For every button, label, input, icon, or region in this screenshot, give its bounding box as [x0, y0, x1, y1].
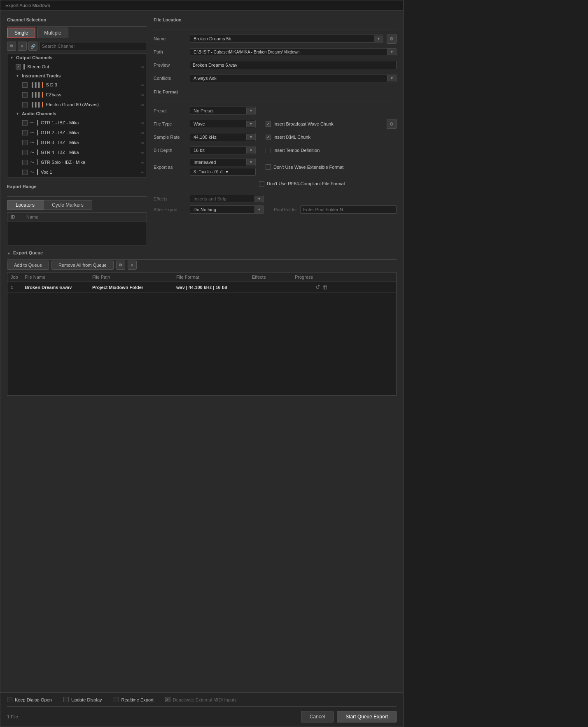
channel-list: ▼ Output Channels Stereo Out ∞ ▼ In [7, 53, 147, 177]
insert-ixml-label: Insert iXML Chunk [273, 135, 310, 140]
list-icon-btn[interactable]: ≡ [18, 42, 27, 51]
channel-gtrsolo[interactable]: 〜 GTR Solo - IBZ - Mika ∞ [7, 157, 147, 167]
queue-row-actions: ↺ 🗑 [295, 284, 328, 290]
no-wave-ext-checkbox[interactable] [266, 164, 271, 170]
path-label: Path [154, 49, 187, 54]
channel-gtr2[interactable]: 〜 GTR 2 - IBZ - Mika ∞ [7, 128, 147, 137]
export-queue-table: Job File Name File Path File Format Effe… [7, 272, 397, 396]
update-display-checkbox[interactable] [63, 697, 69, 702]
link-icon: ∞ [141, 121, 144, 125]
channel-ezbass-checkbox[interactable] [22, 92, 28, 98]
channel-stereo-out[interactable]: Stereo Out ∞ [7, 62, 147, 72]
channel-selection-section: Channel Selection Single Multiple ⧉ ≡ 🔗 [7, 17, 147, 177]
channel-gtr4-checkbox[interactable] [22, 150, 28, 155]
preset-dropdown-arrow[interactable]: ▼ [246, 107, 255, 114]
queue-icon-btn-1[interactable]: ⧉ [116, 261, 125, 270]
file-type-value: Wave [190, 120, 246, 128]
bwf-gear-button[interactable]: ⚙ [387, 119, 397, 129]
pool-folder-label: Pool Folder [274, 207, 297, 212]
file-type-dropdown-arrow[interactable]: ▼ [246, 121, 255, 127]
col-file-name: File Name [25, 275, 91, 280]
remove-all-from-queue-button[interactable]: Remove All from Queue [51, 261, 114, 270]
sample-rate-dropdown-arrow[interactable]: ▼ [246, 134, 255, 140]
deactivate-midi-checkbox[interactable] [165, 697, 170, 702]
conflicts-dropdown-arrow[interactable]: ▼ [387, 75, 396, 82]
queue-delete-icon[interactable]: 🗑 [322, 284, 328, 290]
bit-depth-label: Bit Depth [154, 148, 187, 153]
no-rf64-checkbox[interactable] [259, 181, 264, 186]
col-job: Job [11, 275, 23, 280]
no-wave-ext-label: Don't Use Wave Extensible Format [273, 165, 343, 170]
search-channel-input[interactable] [39, 42, 147, 50]
channel-ezbass[interactable]: ▐▐▐ EZbass ∞ [7, 90, 147, 100]
insert-ixml-checkbox[interactable] [266, 135, 271, 140]
channel-elgrand[interactable]: ▐▐▐ Electric Grand 80 (Waves) ∞ [7, 100, 147, 110]
export-range-table: ID Name [7, 212, 147, 245]
preview-input[interactable] [190, 61, 397, 69]
queue-row-filepath: Project Mixdown Folder [92, 285, 175, 290]
effects-label: Effects [154, 196, 187, 201]
col-file-path: File Path [92, 275, 175, 280]
file-format-section: File Format Preset No Preset ▼ File Type [154, 89, 397, 214]
link-icon: ∞ [141, 65, 144, 69]
keep-dialog-label: Keep Dialog Open [15, 697, 52, 702]
add-to-queue-button[interactable]: Add to Queue [7, 261, 49, 270]
bit-depth-dropdown-arrow[interactable]: ▼ [246, 147, 255, 154]
name-dropdown-arrow[interactable]: ▼ [374, 35, 383, 42]
single-button[interactable]: Single [7, 28, 35, 38]
channel-gtr1-checkbox[interactable] [22, 120, 28, 126]
link-icon: ∞ [141, 160, 144, 165]
col-file-format: File Format [176, 275, 250, 280]
export-range-title: Export Range [7, 184, 37, 189]
col-effects: Effects [252, 275, 293, 280]
export-as-dropdown-arrow[interactable]: ▼ [246, 159, 255, 165]
link-icon-btn[interactable]: 🔗 [28, 42, 37, 51]
pool-folder-input[interactable] [300, 205, 397, 214]
effects-value: Inserts and Strip [190, 195, 254, 203]
channel-gtr3-checkbox[interactable] [22, 140, 28, 145]
channel-elgrand-checkbox[interactable] [22, 102, 28, 107]
channel-gtrsolo-checkbox[interactable] [22, 160, 28, 165]
channel-gtr2-checkbox[interactable] [22, 130, 28, 135]
channel-voc1[interactable]: 〜 Voc 1 ∞ [7, 167, 147, 177]
after-export-value: Do Nothing [190, 206, 254, 213]
keep-dialog-checkbox[interactable] [7, 697, 12, 702]
queue-icon-btn-2[interactable]: ≡ [128, 261, 137, 270]
update-display-label: Update Display [71, 697, 102, 702]
name-gear-button[interactable]: ⚙ [387, 34, 397, 44]
link-icon: ∞ [141, 170, 144, 175]
preset-label: Preset [154, 108, 187, 113]
copy-icon-btn[interactable]: ⧉ [7, 42, 16, 51]
range-col-name: Name [26, 214, 38, 219]
export-as-label: Export as [154, 165, 187, 170]
export-as-value: Interleaved [190, 158, 246, 166]
channel-sd3[interactable]: ▐▐▐ S D 3 ∞ [7, 80, 147, 90]
range-col-id: ID [11, 214, 23, 219]
realtime-export-checkbox[interactable] [114, 697, 119, 702]
link-icon: ∞ [141, 93, 144, 97]
conflicts-label: Conflicts [154, 76, 187, 81]
locators-button[interactable]: Locators [7, 200, 43, 210]
path-dropdown-arrow[interactable]: ▼ [387, 49, 396, 55]
audio-channels-group: ▼ Audio Channels [7, 110, 147, 118]
channel-gtr3[interactable]: 〜 GTR 3 - IBZ - Mika ∞ [7, 137, 147, 147]
channel-gtr1[interactable]: 〜 GTR 1 - IBZ - Mika ∞ [7, 118, 147, 128]
cycle-markers-button[interactable]: Cycle Markers [43, 200, 92, 210]
insert-tempo-checkbox[interactable] [266, 148, 271, 153]
queue-refresh-icon[interactable]: ↺ [315, 284, 320, 290]
channel-stereo-out-checkbox[interactable] [16, 64, 21, 70]
channel-sd3-checkbox[interactable] [22, 82, 28, 88]
start-queue-export-button[interactable]: Start Queue Export [337, 711, 397, 722]
effects-dropdown-arrow[interactable]: ▼ [254, 196, 264, 202]
link-icon: ∞ [141, 83, 144, 87]
after-export-dropdown-arrow[interactable]: ▼ [254, 206, 264, 213]
channel-gtr4[interactable]: 〜 GTR 4 - IBZ - Mika ∞ [7, 147, 147, 157]
channel-selection-title: Channel Selection [7, 17, 46, 22]
link-icon: ∞ [141, 103, 144, 107]
multiple-button[interactable]: Multiple [37, 28, 68, 38]
bit-depth-value: 16 bit [190, 147, 246, 154]
insert-bwf-checkbox[interactable] [266, 121, 271, 127]
channel-voc1-checkbox[interactable] [22, 170, 28, 175]
queue-row-1[interactable]: 1 Broken Dreams 6.wav Project Mixdown Fo… [7, 282, 396, 293]
cancel-button[interactable]: Cancel [301, 711, 334, 722]
